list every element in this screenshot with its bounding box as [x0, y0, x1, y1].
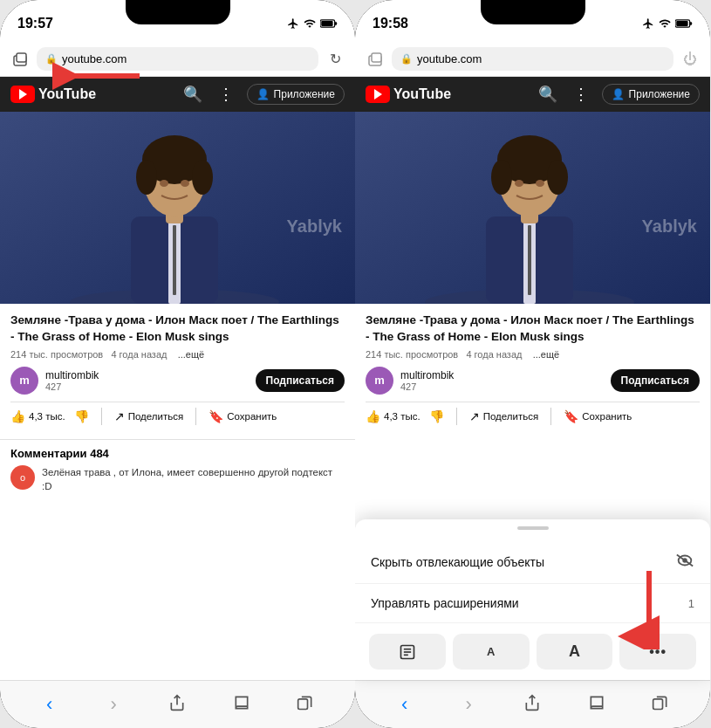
red-arrow-right: [614, 562, 684, 649]
more-icon-right[interactable]: ⋮: [569, 85, 593, 104]
tabs-icon-right[interactable]: [366, 50, 385, 69]
svg-point-19: [181, 180, 189, 187]
subscribe-btn-right[interactable]: Подписаться: [611, 369, 700, 392]
channel-initial-left: m: [19, 374, 30, 387]
video-title-left: Земляне -Трава у дома - Илон Маск поет /…: [10, 312, 345, 346]
view-count-left: 214 тыс. просмотров: [10, 349, 103, 360]
save-label-left: Сохранить: [227, 411, 277, 422]
time-ago-right: 4 года назад: [466, 349, 522, 360]
svg-point-41: [515, 180, 523, 187]
svg-point-39: [491, 160, 512, 195]
dislike-action-left[interactable]: 👎: [74, 409, 89, 423]
search-icon-right[interactable]: 🔍: [536, 85, 560, 104]
svg-rect-4: [17, 53, 26, 62]
large-a-icon: A: [569, 642, 580, 661]
sheet-reader-btn[interactable]: [369, 634, 446, 670]
airplane-icon-left: [287, 17, 299, 30]
sheet-large-text-btn[interactable]: A: [537, 634, 613, 670]
left-phone: 19:57 🔒 youtube.com: [0, 0, 355, 728]
back-btn-left[interactable]: ‹: [34, 693, 65, 716]
notch-left: [126, 0, 230, 24]
channel-initial-right: m: [374, 374, 385, 387]
video-info-left: Земляне -Трава у дома - Илон Маск поет /…: [0, 304, 355, 439]
status-icons-right: [642, 17, 693, 30]
yt-logo-icon-right: [366, 86, 390, 103]
tabs-icon-left[interactable]: [10, 50, 30, 69]
comment-text-left: Зелёная трава , от Илона, имеет совершен…: [42, 465, 345, 493]
dislike-action-right[interactable]: 👎: [429, 409, 444, 423]
svg-rect-35: [528, 225, 531, 295]
actions-row-right: 👍 4,3 тыс. 👎 ↗ Поделиться 🔖 Сохранить: [366, 402, 700, 430]
share-action-right[interactable]: ↗ Поделиться: [469, 409, 539, 423]
video-info-right: Земляне -Трава у дома - Илон Маск поет /…: [355, 304, 710, 439]
sheet-item-extensions-label: Управлять расширениями: [371, 596, 519, 610]
more-icon-left[interactable]: ⋮: [214, 85, 238, 104]
url-bar-right[interactable]: 🔒 youtube.com: [392, 47, 673, 71]
save-icon-left: 🔖: [209, 409, 223, 423]
svg-rect-1: [335, 22, 338, 24]
sheet-item-hide-label: Скрыть отвлекающие объекты: [371, 555, 544, 569]
more-link-left[interactable]: ...ещё: [178, 349, 204, 360]
yt-logo-right[interactable]: YouTube: [366, 86, 451, 103]
time-ago-left: 4 года назад: [111, 349, 167, 360]
app-button-right[interactable]: 👤 Приложение: [602, 84, 700, 105]
app-icon-left: 👤: [256, 88, 270, 100]
like-action-left[interactable]: 👍 4,3 тыс.: [10, 409, 65, 423]
app-button-left[interactable]: 👤 Приложение: [247, 84, 345, 105]
share-btn-right[interactable]: [517, 694, 548, 716]
tabs-btn-left[interactable]: [291, 694, 321, 716]
video-thumb-left: Yablyk: [0, 112, 355, 304]
channel-row-right: m multirombik 427 Подписаться: [366, 367, 700, 395]
subscribe-btn-left[interactable]: Подписаться: [256, 369, 345, 392]
forward-btn-right[interactable]: ›: [454, 693, 484, 716]
share-label-right: Поделиться: [483, 411, 539, 422]
sheet-small-text-btn[interactable]: A: [453, 634, 530, 670]
video-meta-right: 214 тыс. просмотров 4 года назад ...ещё: [366, 349, 700, 360]
video-thumb-right: Yablyk: [355, 112, 710, 304]
save-action-right[interactable]: 🔖 Сохранить: [564, 409, 632, 423]
forward-btn-left[interactable]: ›: [99, 693, 129, 716]
reload-icon-right[interactable]: ⏻: [680, 50, 700, 69]
battery-icon-right: [675, 18, 693, 29]
url-text-right: youtube.com: [417, 52, 482, 65]
like-icon-left: 👍: [10, 409, 25, 423]
share-icon-left: ↗: [114, 409, 125, 423]
search-icon-left[interactable]: 🔍: [181, 85, 205, 104]
back-btn-right[interactable]: ‹: [389, 693, 420, 716]
bottom-nav-right: ‹ ›: [355, 680, 710, 728]
video-title-right: Земляне -Трава у дома - Илон Маск поет /…: [366, 312, 700, 346]
like-action-right[interactable]: 👍 4,3 тыс.: [366, 409, 420, 423]
share-btn-left[interactable]: [162, 694, 193, 716]
channel-avatar-left: m: [10, 367, 38, 395]
svg-point-16: [136, 160, 157, 195]
status-bar-right: 19:58: [355, 0, 710, 42]
share-icon-right: ↗: [469, 409, 480, 423]
bookmarks-btn-left[interactable]: [226, 694, 256, 716]
wifi-icon-right: [659, 17, 671, 30]
bookmarks-btn-right[interactable]: [581, 694, 612, 716]
channel-subs-right: 427: [400, 381, 604, 392]
app-label-left: Приложение: [274, 88, 335, 100]
svg-point-18: [160, 180, 168, 187]
save-icon-right: 🔖: [564, 409, 578, 423]
channel-row-left: m multirombik 427 Подписаться: [10, 367, 345, 395]
dislike-icon-left: 👎: [74, 409, 89, 423]
save-action-left[interactable]: 🔖 Сохранить: [209, 409, 277, 423]
more-link-right[interactable]: ...ещё: [533, 349, 559, 360]
save-label-right: Сохранить: [582, 411, 632, 422]
tabs-btn-right[interactable]: [646, 694, 676, 716]
reload-icon-left[interactable]: ↻: [325, 50, 345, 69]
comment-row-left: o Зелёная трава , от Илона, имеет соверш…: [10, 465, 345, 493]
share-action-left[interactable]: ↗ Поделиться: [114, 409, 184, 423]
video-svg-right: [355, 112, 710, 304]
right-phone-screen: 19:58 🔒 youtube.com ⏻: [355, 0, 710, 728]
lock-icon-right: 🔒: [400, 53, 413, 65]
status-time-left: 19:57: [17, 16, 53, 31]
watermark-right: Yablyk: [642, 216, 697, 237]
yt-header-right: YouTube 🔍 ⋮ 👤 Приложение: [355, 77, 710, 112]
app-label-right: Приложение: [629, 88, 690, 100]
svg-point-40: [547, 160, 568, 195]
sheet-handle: [517, 526, 549, 530]
battery-icon-left: [320, 18, 338, 29]
yt-logo-text-right: YouTube: [393, 86, 451, 102]
